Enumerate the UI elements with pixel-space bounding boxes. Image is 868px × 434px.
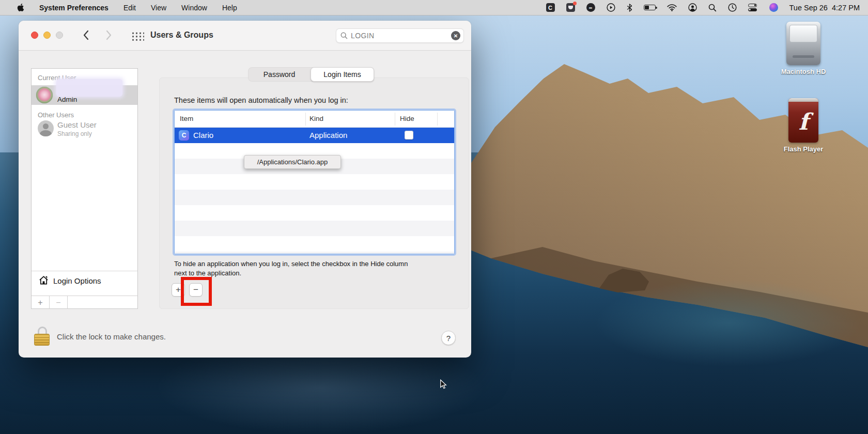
desktop-icon-flash-player[interactable]: f Flash Player bbox=[771, 98, 835, 153]
wallpaper-shallow-water bbox=[594, 279, 863, 367]
menu-help[interactable]: Help bbox=[222, 4, 237, 12]
menu-bar: System Preferences Edit View Window Help… bbox=[0, 0, 868, 16]
bluetooth-icon[interactable] bbox=[627, 3, 632, 13]
column-divider[interactable] bbox=[437, 113, 438, 126]
desktop-icon-label: Macintosh HD bbox=[771, 68, 835, 75]
redaction-blur bbox=[56, 79, 122, 97]
account-icon[interactable] bbox=[688, 3, 697, 13]
search-input[interactable] bbox=[351, 32, 451, 40]
add-user-button[interactable]: + bbox=[32, 296, 50, 309]
path-tooltip: /Applications/Clario.app bbox=[244, 155, 341, 169]
lock-hint-text: Click the lock to make changes. bbox=[57, 332, 166, 341]
clario-app-icon: C bbox=[179, 130, 189, 141]
close-button[interactable] bbox=[31, 32, 38, 39]
sidebar-button-row: + − bbox=[32, 296, 137, 309]
user-list-sidebar: Current User Admin Other Users Guest Use… bbox=[31, 68, 138, 309]
remove-user-button[interactable]: − bbox=[50, 296, 68, 309]
login-items-heading: These items will open automatically when… bbox=[174, 96, 348, 104]
apple-menu-icon[interactable] bbox=[17, 3, 24, 13]
menu-window[interactable]: Window bbox=[181, 4, 207, 12]
login-items-table[interactable]: Item Kind Hide C Clario Application bbox=[174, 110, 455, 254]
sidebar-item-login-options[interactable]: Login Options bbox=[53, 276, 101, 285]
tab-login-items[interactable]: Login Items bbox=[311, 67, 374, 82]
row-item-name: Clario bbox=[193, 131, 213, 140]
guest-avatar bbox=[38, 120, 54, 136]
tab-bar: Password Login Items bbox=[248, 67, 374, 82]
clario-menu-icon[interactable]: C bbox=[546, 3, 555, 12]
menu-view[interactable]: View bbox=[151, 4, 166, 12]
column-divider[interactable] bbox=[305, 113, 306, 126]
admin-name-label: Admin bbox=[57, 96, 77, 103]
wifi-icon[interactable] bbox=[667, 3, 677, 13]
desktop-icon-label: Flash Player bbox=[771, 145, 835, 153]
home-icon bbox=[38, 275, 49, 288]
lock-icon[interactable] bbox=[34, 327, 51, 348]
row-item-kind: Application bbox=[309, 131, 347, 140]
show-all-grid-icon[interactable] bbox=[131, 32, 144, 41]
sidebar-item-guest-user[interactable]: Guest User bbox=[57, 120, 97, 129]
other-users-label: Other Users bbox=[38, 111, 74, 119]
menu-bar-clock[interactable]: Tue Sep 26 4:27 PM bbox=[789, 4, 860, 12]
table-row-clario[interactable]: C Clario Application bbox=[175, 128, 454, 143]
menu-edit[interactable]: Edit bbox=[123, 4, 136, 12]
badge-app-icon[interactable] bbox=[566, 3, 575, 12]
siri-icon[interactable] bbox=[769, 3, 778, 12]
table-header: Item Kind Hide bbox=[175, 111, 454, 128]
desktop-screen: Macintosh HD f Flash Player System Prefe… bbox=[0, 0, 868, 434]
time-machine-icon[interactable] bbox=[728, 3, 737, 13]
mouse-cursor bbox=[439, 379, 448, 392]
back-button[interactable] bbox=[83, 30, 91, 41]
search-clear-icon[interactable]: ✕ bbox=[451, 31, 460, 40]
search-field[interactable]: ✕ bbox=[336, 28, 464, 43]
sidebar-divider bbox=[32, 271, 137, 271]
desktop-icon-macintosh-hd[interactable]: Macintosh HD bbox=[771, 22, 835, 75]
column-divider[interactable] bbox=[395, 113, 395, 126]
hide-checkbox[interactable] bbox=[405, 131, 413, 140]
admin-avatar bbox=[36, 87, 53, 103]
play-icon[interactable] bbox=[607, 3, 615, 13]
battery-icon[interactable] bbox=[644, 5, 656, 10]
minimize-button[interactable] bbox=[43, 32, 51, 39]
hard-drive-icon bbox=[786, 22, 820, 65]
hide-note-text: To hide an application when you log in, … bbox=[174, 259, 421, 277]
annotation-highlight-box bbox=[181, 277, 212, 306]
guest-user-detail: Sharing only bbox=[57, 130, 92, 137]
help-button[interactable]: ? bbox=[441, 331, 456, 345]
window-title: Users & Groups bbox=[150, 30, 213, 40]
flash-drive-icon: f bbox=[788, 98, 818, 143]
control-center-icon[interactable] bbox=[748, 4, 758, 11]
menu-app-name[interactable]: System Preferences bbox=[39, 4, 109, 12]
column-header-kind[interactable]: Kind bbox=[309, 115, 323, 122]
creative-cloud-icon[interactable]: ∞ bbox=[586, 3, 595, 12]
zoom-button[interactable] bbox=[56, 32, 63, 39]
column-header-hide[interactable]: Hide bbox=[400, 115, 414, 122]
forward-button[interactable] bbox=[106, 30, 114, 41]
users-groups-window: Users & Groups ✕ Current User Admin Othe… bbox=[19, 21, 471, 358]
column-header-item[interactable]: Item bbox=[180, 115, 193, 122]
notification-dot bbox=[573, 2, 577, 5]
tab-password[interactable]: Password bbox=[248, 67, 311, 82]
search-icon bbox=[340, 32, 348, 39]
spotlight-icon[interactable] bbox=[708, 3, 717, 13]
